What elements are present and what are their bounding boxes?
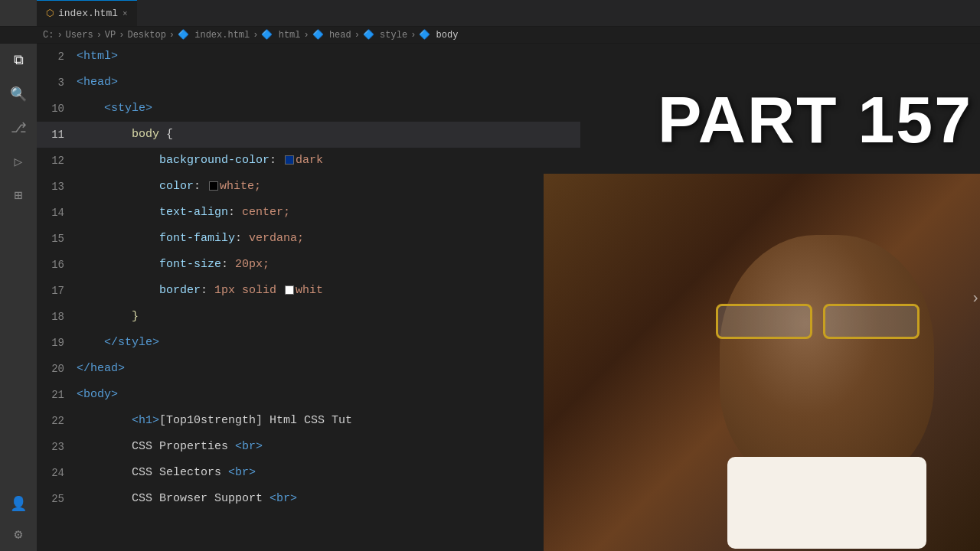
code-editor[interactable]: 2 <html> 3 <head> 10 <style> 11 body { <box>37 44 580 551</box>
next-arrow-icon[interactable]: › <box>971 289 980 306</box>
line-number-14: 14 <box>37 200 77 226</box>
code-content-10: <style> <box>77 96 580 122</box>
breadcrumb-users: Users <box>66 30 93 41</box>
tab-bar: ⬡ index.html × <box>0 0 980 27</box>
breadcrumb-c: C: <box>43 30 54 41</box>
line-number-3: 3 <box>37 70 77 96</box>
webcam-panel: vateSet... <box>544 174 980 551</box>
line-number-11: 11 <box>37 122 77 148</box>
activity-bar-top <box>0 0 37 26</box>
line-number-22: 22 <box>37 408 77 434</box>
sidebar-files-icon[interactable]: ⧉ <box>8 50 29 71</box>
code-line-23: 23 CSS Properties <br> <box>37 434 580 460</box>
code-line-2: 2 <html> <box>37 44 580 70</box>
tab-filename: index.html <box>58 8 118 19</box>
code-content-15: font-family: verdana; <box>77 226 580 252</box>
code-line-15: 15 font-family: verdana; <box>37 226 580 252</box>
breadcrumb-html: 🔷 html <box>261 29 300 41</box>
line-number-18: 18 <box>37 304 77 330</box>
code-content-21: <body> <box>77 382 580 408</box>
code-line-18: 18 } <box>37 304 580 330</box>
breadcrumb-indexhtml: 🔷 index.html <box>178 29 250 41</box>
sidebar-source-control-icon[interactable]: ⎇ <box>8 117 29 139</box>
sidebar-debug-icon[interactable]: ▷ <box>8 151 29 172</box>
sidebar-settings-icon[interactable]: ⚙ <box>8 523 29 545</box>
line-number-10: 10 <box>37 96 77 122</box>
line-number-17: 17 <box>37 278 77 304</box>
code-line-25: 25 CSS Browser Support <br> <box>37 486 580 512</box>
face-shape <box>720 235 934 487</box>
code-content-23: CSS Properties <br> <box>77 434 580 460</box>
main-area: ⧉ 🔍 ⎇ ▷ ⊞ 👤 ⚙ 2 <html> 3 <head> 10 <box>0 44 980 551</box>
line-number-25: 25 <box>37 486 77 512</box>
code-line-17: 17 border: 1px solid whit <box>37 278 580 304</box>
line-number-24: 24 <box>37 460 77 486</box>
breadcrumb-desktop: Desktop <box>127 30 165 41</box>
code-line-24: 24 CSS Selectors <br> <box>37 460 580 486</box>
code-content-17: border: 1px solid whit <box>77 278 580 304</box>
line-number-13: 13 <box>37 174 77 200</box>
line-number-16: 16 <box>37 252 77 278</box>
code-content-20: </head> <box>77 356 580 382</box>
code-line-22: 22 <h1>[Top10strength] Html CSS Tut <box>37 408 580 434</box>
tab-file-icon: ⬡ <box>46 8 54 19</box>
code-line-20: 20 </head> <box>37 356 580 382</box>
line-number-15: 15 <box>37 226 77 252</box>
line-number-23: 23 <box>37 434 77 460</box>
code-line-11: 11 body { <box>37 122 580 148</box>
code-content-18: } <box>77 304 580 330</box>
code-line-10: 10 <style> <box>37 96 580 122</box>
breadcrumb-head: 🔷 head <box>312 29 351 41</box>
code-content-14: text-align: center; <box>77 200 580 226</box>
part-title: PART 157 <box>658 82 972 158</box>
code-line-21: 21 <body> <box>37 382 580 408</box>
sidebar-search-icon[interactable]: 🔍 <box>8 83 29 105</box>
activity-sidebar: ⧉ 🔍 ⎇ ▷ ⊞ 👤 ⚙ <box>0 44 37 551</box>
breadcrumb: C: › Users › VP › Desktop › 🔷 index.html… <box>0 27 980 44</box>
code-content-19: </style> <box>77 330 580 356</box>
code-content-22: <h1>[Top10strength] Html CSS Tut <box>77 408 580 434</box>
sidebar-account-icon[interactable]: 👤 <box>8 493 29 514</box>
code-content-2: <html> <box>77 44 580 70</box>
code-line-14: 14 text-align: center; <box>37 200 580 226</box>
code-content-25: CSS Browser Support <br> <box>77 486 580 512</box>
code-content-12: background-color: dark <box>77 148 580 174</box>
tab-area: ⬡ index.html × <box>37 0 980 26</box>
breadcrumb-vp: VP <box>105 30 116 41</box>
tab-index-html[interactable]: ⬡ index.html × <box>37 0 137 26</box>
breadcrumb-body: 🔷 body <box>419 29 458 41</box>
code-line-16: 16 font-size: 20px; <box>37 252 580 278</box>
code-content-24: CSS Selectors <br> <box>77 460 580 486</box>
code-line-12: 12 background-color: dark <box>37 148 580 174</box>
code-line-13: 13 color: white; <box>37 174 580 200</box>
webcam-face <box>544 174 980 551</box>
code-content-3: <head> <box>77 70 580 96</box>
line-number-2: 2 <box>37 44 77 70</box>
code-line-19: 19 </style> <box>37 330 580 356</box>
tab-close-button[interactable]: × <box>122 9 128 18</box>
line-number-21: 21 <box>37 382 77 408</box>
code-content-11: body { <box>77 122 580 148</box>
glasses-shape <box>708 300 938 338</box>
breadcrumb-style: 🔷 style <box>363 29 407 41</box>
code-line-3: 3 <head> <box>37 70 580 96</box>
sidebar-extensions-icon[interactable]: ⊞ <box>8 184 29 206</box>
code-content-16: font-size: 20px; <box>77 252 580 278</box>
line-number-20: 20 <box>37 356 77 382</box>
code-content-13: color: white; <box>77 174 580 200</box>
editor-webcam-container: 2 <html> 3 <head> 10 <style> 11 body { <box>37 44 980 551</box>
line-number-19: 19 <box>37 330 77 356</box>
sidebar-bottom: 👤 ⚙ <box>8 493 29 551</box>
line-number-12: 12 <box>37 148 77 174</box>
